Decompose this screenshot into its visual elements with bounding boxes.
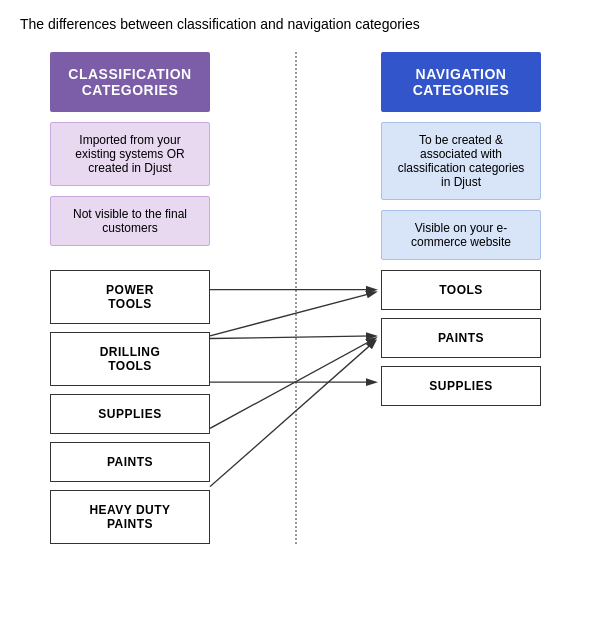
left-item-heavy-duty-paints: HEAVY DUTYPAINTS xyxy=(50,490,210,544)
page-title: The differences between classification a… xyxy=(20,16,571,32)
left-item-drilling-tools: DRILLINGTOOLS xyxy=(50,332,210,386)
navigation-header: NAVIGATIONCATEGORIES xyxy=(381,52,541,112)
navigation-info-1: To be created & associated with classifi… xyxy=(381,122,541,200)
classification-info-1: Imported from your existing systems OR c… xyxy=(50,122,210,186)
classification-info-2: Not visible to the final customers xyxy=(50,196,210,246)
navigation-info-2: Visible on your e-commerce website xyxy=(381,210,541,260)
right-item-tools: TOOLS xyxy=(381,270,541,310)
classification-header: CLASSIFICATIONCATEGORIES xyxy=(50,52,210,112)
left-item-supplies: SUPPLIES xyxy=(50,394,210,434)
right-item-paints: PAINTS xyxy=(381,318,541,358)
left-item-power-tools: POWERTOOLS xyxy=(50,270,210,324)
left-item-paints: PAINTS xyxy=(50,442,210,482)
right-item-supplies: SUPPLIES xyxy=(381,366,541,406)
